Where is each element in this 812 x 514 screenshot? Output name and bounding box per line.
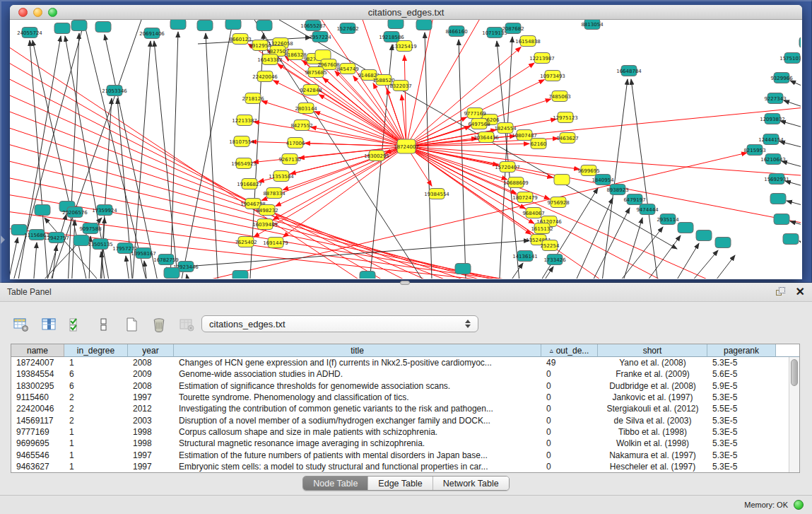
new-column-icon[interactable] bbox=[122, 315, 141, 334]
graph-node[interactable]: 9242848 bbox=[300, 85, 322, 95]
graph-node[interactable]: 2087682 bbox=[502, 23, 524, 34]
collapsed-panel-handle-icon[interactable] bbox=[1, 235, 5, 244]
graph-node[interactable]: 18300295 bbox=[364, 151, 389, 161]
checklist-icon[interactable] bbox=[66, 315, 86, 334]
citation-network-graph[interactable]: 1872400786601238912954132260589827509165… bbox=[10, 20, 801, 279]
graph-node[interactable]: 9474444 bbox=[636, 204, 659, 215]
graph-node[interactable] bbox=[388, 20, 404, 29]
table-select-dropdown[interactable]: citations_edges.txt bbox=[201, 315, 478, 332]
graph-node[interactable]: 9777169 bbox=[464, 108, 486, 119]
graph-node[interactable]: 9267130 bbox=[278, 154, 300, 165]
graph-node[interactable] bbox=[554, 175, 570, 185]
graph-node[interactable]: 16154838 bbox=[515, 36, 541, 47]
graph-node[interactable]: 15751074 bbox=[779, 53, 801, 64]
column-header-out-de-[interactable]: ▵out_de... bbox=[541, 344, 598, 357]
graph-node[interactable] bbox=[774, 214, 789, 225]
graph-node-hub[interactable]: 18724007 bbox=[394, 139, 419, 153]
graph-node[interactable]: 12975123 bbox=[553, 112, 578, 123]
table-row[interactable]: 1872400712008Changes of HCN gene express… bbox=[11, 357, 799, 368]
graph-node[interactable] bbox=[678, 223, 693, 233]
delete-table-icon[interactable] bbox=[177, 315, 196, 334]
select-columns-icon[interactable] bbox=[39, 315, 59, 334]
column-header-in-degree[interactable]: in_degree bbox=[64, 344, 128, 357]
graph-node[interactable]: 12093832 bbox=[760, 114, 785, 124]
column-header-pagerank[interactable]: pagerank bbox=[707, 344, 776, 357]
graph-node[interactable] bbox=[360, 271, 375, 279]
graph-node[interactable]: 8660123 bbox=[229, 34, 251, 45]
graph-node[interactable] bbox=[257, 21, 272, 31]
graph-node[interactable]: 9756928 bbox=[547, 197, 569, 208]
graph-node[interactable]: 10688609 bbox=[503, 177, 529, 188]
graph-node[interactable] bbox=[54, 23, 70, 34]
graph-node[interactable] bbox=[799, 37, 801, 48]
graph-node[interactable]: 9463627 bbox=[556, 133, 578, 144]
tab-network-table[interactable]: Network Table bbox=[433, 477, 509, 490]
graph-node[interactable] bbox=[416, 20, 432, 30]
graph-node[interactable]: 15692931 bbox=[764, 174, 789, 185]
graph-node[interactable]: 20691406 bbox=[139, 28, 165, 39]
table-row[interactable]: 977716911998Corpus callosum shape and si… bbox=[11, 426, 799, 438]
graph-node[interactable]: 12213387 bbox=[232, 115, 257, 126]
table-scrollbar[interactable] bbox=[789, 357, 799, 473]
graph-node[interactable] bbox=[71, 21, 87, 31]
table-options-icon[interactable] bbox=[11, 315, 31, 334]
graph-node[interactable] bbox=[164, 268, 180, 279]
graph-node[interactable]: 2718126 bbox=[242, 93, 264, 104]
graph-node[interactable]: 8878334 bbox=[263, 188, 286, 199]
graph-node[interactable] bbox=[233, 271, 248, 279]
graph-node[interactable]: 16648784 bbox=[616, 66, 642, 76]
network-window-titlebar[interactable]: citations_edges.txt bbox=[10, 5, 802, 20]
graph-node[interactable]: 10973493 bbox=[540, 71, 565, 81]
close-panel-icon[interactable]: ✕ bbox=[796, 287, 805, 297]
graph-node[interactable]: 16210643 bbox=[760, 154, 786, 165]
column-header-short[interactable]: short bbox=[598, 344, 707, 357]
graph-node[interactable] bbox=[95, 22, 111, 33]
graph-node[interactable]: 8466160 bbox=[445, 26, 467, 37]
graph-node[interactable]: 9699695 bbox=[577, 165, 599, 176]
minimize-window-icon[interactable] bbox=[33, 8, 42, 17]
table-row[interactable]: 2242004622012Investigating the contribut… bbox=[11, 403, 799, 414]
tab-node-table[interactable]: Node Table bbox=[303, 477, 368, 490]
graph-node[interactable]: 22420046 bbox=[252, 71, 278, 82]
table-row[interactable]: 911546021997Tourette syndrome. Phenomeno… bbox=[11, 392, 799, 403]
network-canvas[interactable]: 1872400786601238912954132260589827509165… bbox=[10, 20, 801, 279]
graph-node[interactable]: 12444154 bbox=[758, 134, 784, 145]
graph-node[interactable]: 9875685 bbox=[305, 67, 326, 78]
tab-edge-table[interactable]: Edge Table bbox=[368, 477, 433, 490]
graph-node[interactable]: 19166827 bbox=[237, 179, 262, 189]
graph-node[interactable]: 8322037 bbox=[389, 81, 411, 91]
graph-node[interactable]: 7625402 bbox=[235, 237, 257, 247]
graph-node[interactable]: 13505135 bbox=[88, 239, 113, 250]
split-rows-icon[interactable] bbox=[94, 315, 114, 334]
column-header-name[interactable]: name bbox=[11, 344, 64, 357]
graph-node[interactable]: 8498232 bbox=[256, 205, 278, 216]
column-header-title[interactable]: title bbox=[174, 344, 541, 357]
graph-node[interactable] bbox=[73, 235, 89, 246]
graph-node[interactable]: 19384554 bbox=[424, 189, 449, 199]
graph-node[interactable] bbox=[35, 205, 50, 216]
graph-node[interactable]: 9227343 bbox=[764, 93, 786, 104]
graph-node[interactable]: 12213987 bbox=[529, 53, 555, 64]
graph-node[interactable]: 62160 bbox=[531, 139, 546, 149]
graph-node[interactable] bbox=[783, 234, 799, 245]
panel-splitter-handle[interactable] bbox=[400, 281, 410, 285]
graph-node[interactable]: 14136141 bbox=[512, 251, 538, 262]
graph-node[interactable]: 18107554 bbox=[229, 136, 254, 147]
graph-node[interactable]: 8454749 bbox=[336, 64, 358, 74]
graph-node[interactable]: 7485063 bbox=[548, 91, 570, 102]
graph-node[interactable]: 9684067 bbox=[522, 208, 544, 218]
graph-node[interactable]: 1824554 bbox=[494, 123, 517, 134]
graph-node[interactable] bbox=[197, 21, 213, 31]
graph-node[interactable]: 8427552 bbox=[290, 120, 312, 131]
table-row[interactable]: 1456911722003Disruption of a novel membe… bbox=[11, 414, 799, 426]
graph-node[interactable] bbox=[715, 238, 731, 248]
graph-node[interactable]: 19654923 bbox=[231, 158, 257, 169]
scrollbar-thumb[interactable] bbox=[791, 359, 798, 386]
graph-node[interactable] bbox=[770, 194, 786, 204]
column-header-year[interactable]: year bbox=[128, 344, 174, 357]
graph-node[interactable]: 2935114 bbox=[657, 214, 679, 225]
graph-node[interactable]: 1615132 bbox=[531, 223, 553, 234]
graph-node[interactable]: 9097588 bbox=[79, 223, 101, 234]
graph-node[interactable]: 9329966 bbox=[770, 73, 793, 83]
graph-node[interactable]: 16782759 bbox=[153, 255, 179, 265]
